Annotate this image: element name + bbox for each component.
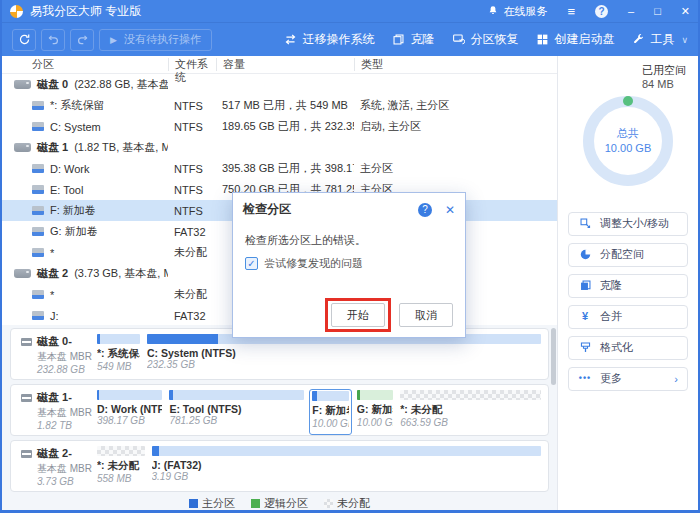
partition-row[interactable]: C: SystemNTFS189.65 GB 已用，共 232.35 GB启动,… — [2, 116, 557, 137]
disk-map-size: 3.73 GB — [21, 476, 92, 487]
partition-row[interactable]: D: WorkNTFS395.38 GB 已用，共 398.17 GB主分区 — [2, 158, 557, 179]
fix-errors-checkbox[interactable]: ✓ — [245, 257, 258, 270]
partition-block-label: E: Tool (NTFS) — [169, 403, 304, 415]
disk-map-info[interactable]: 磁盘 0-基本盘 MBR232.88 GB — [11, 329, 92, 379]
header-partition: 分区 — [2, 58, 168, 71]
partition-block[interactable]: F: 新加卷...10.00 GB — [309, 389, 352, 435]
legend-item: 逻辑分区 — [251, 496, 308, 511]
sidebar-button-resize-move[interactable]: 调整大小/移动 — [568, 212, 688, 236]
disk-info: (3.73 GB, 基本盘, MBR 磁盘, USB) — [74, 266, 168, 281]
cell-filesystem: NTFS — [168, 121, 216, 133]
partition-icon — [32, 101, 44, 110]
partition-block[interactable]: J: (FAT32)3.19 GB — [150, 445, 543, 491]
cancel-button[interactable]: 取消 — [399, 303, 453, 327]
bootdisk-icon — [536, 33, 549, 46]
disk-row[interactable]: 磁盘 0(232.88 GB, 基本盘, MBR 磁盘) — [2, 74, 557, 95]
sidebar-button-allocate-space[interactable]: 分配空间 — [568, 243, 688, 267]
sidebar-buttons: 调整大小/移动分配空间克隆¥合并格式化•••更多› — [568, 212, 688, 391]
header-type: 类型 — [354, 58, 557, 71]
partition-block[interactable]: *: 未分配663.59 GB — [398, 389, 543, 435]
dialog-title: 检查分区 — [243, 201, 418, 218]
disk-map-info[interactable]: 磁盘 2-基本盘 MBR3.73 GB — [11, 441, 92, 491]
toolbar-partition-recovery-button[interactable]: 分区恢复 — [452, 31, 518, 48]
partition-name: J: — [50, 310, 59, 322]
dialog-header: 检查分区 ? ✕ — [233, 193, 465, 218]
header-filesystem: 文件系统 — [168, 58, 216, 71]
partition-name: C: System — [50, 121, 101, 133]
scrollbar-thumb[interactable] — [551, 328, 556, 385]
content: 分区 文件系统 容量 类型 磁盘 0(232.88 GB, 基本盘, MBR 磁… — [2, 56, 698, 510]
collapse-icon[interactable] — [21, 450, 32, 458]
cell-capacity: 395.38 GB 已用，共 398.17 GB — [216, 161, 354, 176]
minimize-button[interactable]: – — [628, 6, 634, 17]
app-title: 易我分区大师 专业版 — [30, 3, 141, 20]
sidebar-button-merge[interactable]: ¥合并 — [568, 305, 688, 329]
cell-filesystem: FAT32 — [168, 226, 216, 238]
partition-name: F: 新加卷 — [50, 203, 96, 218]
toolbar-migrate-os-button[interactable]: 迁移操作系统 — [284, 31, 374, 48]
sidebar-button-format[interactable]: 格式化 — [568, 336, 688, 360]
capacity-donut: 总共 10.00 GB — [583, 96, 673, 186]
partition-block-label: *: 未分配 — [400, 403, 541, 417]
partition-block[interactable]: *: 未分配558 MB — [95, 445, 147, 491]
toolbar-partition-recovery-label: 分区恢复 — [470, 31, 518, 48]
toolbar-migrate-os-label: 迁移操作系统 — [302, 31, 374, 48]
disk-map-type: 基本盘 MBR — [21, 350, 92, 364]
help-icon[interactable]: ? — [595, 5, 608, 18]
cell-filesystem: FAT32 — [168, 310, 216, 322]
partition-block[interactable]: E: Tool (NTFS)781.25 GB — [167, 389, 306, 435]
legend-label: 逻辑分区 — [264, 496, 308, 511]
pie-icon — [578, 248, 592, 261]
partition-icon — [32, 185, 44, 194]
sidebar-button-more[interactable]: •••更多› — [568, 367, 688, 391]
online-service-button[interactable]: 在线服务 — [487, 4, 547, 19]
disk-info: (1.82 TB, 基本盘, MBR 磁盘) — [74, 140, 168, 155]
pending-operations-label: 没有待执行操作 — [124, 32, 201, 47]
collapse-icon[interactable] — [21, 394, 32, 402]
redo-button[interactable] — [70, 29, 94, 51]
partition-name: D: Work — [50, 163, 90, 175]
online-service-label: 在线服务 — [503, 4, 547, 19]
menu-icon[interactable]: ≡ — [567, 5, 575, 18]
partition-name: * — [50, 289, 54, 301]
dialog-close-icon[interactable]: ✕ — [445, 203, 455, 217]
close-button[interactable]: ✕ — [681, 6, 690, 17]
undo-icon — [47, 33, 60, 46]
cell-capacity: 517 MB 已用，共 549 MB — [216, 98, 354, 113]
used-space-value: 84 MB — [642, 78, 686, 92]
toolbar-clone-button[interactable]: 克隆 — [392, 31, 434, 48]
sidebar-button-label: 克隆 — [600, 278, 622, 293]
used-space-dot-icon — [623, 96, 633, 106]
disk-map-name: 磁盘 2- — [37, 446, 72, 461]
cell-filesystem: NTFS — [168, 205, 216, 217]
dialog-help-icon[interactable]: ? — [418, 203, 432, 217]
header-capacity: 容量 — [216, 58, 354, 71]
partition-name: *: 系统保留 — [50, 98, 104, 113]
toolbar-tools-button[interactable]: 工具∨ — [632, 31, 688, 48]
play-icon: ▶ — [110, 35, 117, 45]
partition-block[interactable]: G: 新加卷...10.00 GB — [355, 389, 395, 435]
maximize-button[interactable]: □ — [654, 6, 661, 17]
partition-block[interactable]: *: 系统保...549 MB — [95, 333, 142, 379]
disk-row[interactable]: 磁盘 1(1.82 TB, 基本盘, MBR 磁盘) — [2, 137, 557, 158]
legend-swatch-logical — [251, 499, 260, 508]
partition-row[interactable]: *: 系统保留NTFS517 MB 已用，共 549 MB系统, 激活, 主分区 — [2, 95, 557, 116]
used-space-block: 已用空间 84 MB — [642, 64, 686, 92]
sidebar-button-clone[interactable]: 克隆 — [568, 274, 688, 298]
partition-block-label: *: 系统保... — [97, 347, 140, 361]
cell-filesystem: NTFS — [168, 100, 216, 112]
refresh-button[interactable] — [12, 29, 36, 51]
disk-map-info[interactable]: 磁盘 1-基本盘 MBR1.82 TB — [11, 385, 92, 435]
partition-block[interactable]: C: System (NTFS)232.35 GB — [145, 333, 543, 379]
collapse-icon[interactable] — [21, 338, 32, 346]
sidebar-button-label: 分配空间 — [600, 247, 644, 262]
toolbar-create-boot-disk-button[interactable]: 创建启动盘 — [536, 31, 614, 48]
more-icon: ••• — [578, 374, 592, 383]
partition-block-label: G: 新加卷... — [357, 403, 393, 417]
disk-map-name: 磁盘 0- — [37, 334, 72, 349]
total-value: 10.00 GB — [605, 141, 651, 155]
start-button[interactable]: 开始 — [331, 303, 385, 327]
partition-block[interactable]: D: Work (NTFS)398.17 GB — [95, 389, 164, 435]
pending-operations-button[interactable]: ▶ 没有待执行操作 — [99, 29, 212, 51]
undo-button[interactable] — [41, 29, 65, 51]
